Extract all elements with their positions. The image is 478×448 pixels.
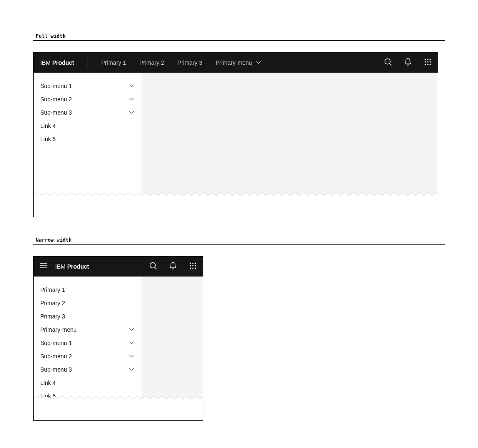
sidebar-item-primary-3[interactable]: Primary 3 xyxy=(34,310,141,323)
chevron-down-icon xyxy=(128,96,135,103)
nav-item-primary-2[interactable]: Primary 2 xyxy=(133,53,171,73)
header: IBM Product xyxy=(34,257,203,277)
content-area xyxy=(141,277,203,402)
search-button[interactable] xyxy=(378,53,398,73)
sidebar-item-label: Primary 3 xyxy=(40,313,65,320)
brand[interactable]: IBM Product xyxy=(34,53,81,73)
chevron-down-icon xyxy=(255,59,262,66)
section-label-full-width: Full width xyxy=(33,33,445,39)
sidebar-item-label: Sub-menu 2 xyxy=(40,353,72,360)
section-rule xyxy=(33,244,445,245)
nav-item-label: Primary 3 xyxy=(178,59,202,66)
chevron-down-icon xyxy=(128,326,135,333)
nav-item-label: Primary 1 xyxy=(101,59,126,66)
hamburger-icon xyxy=(39,262,48,272)
chevron-down-icon xyxy=(128,83,135,90)
app-switcher-icon xyxy=(189,262,197,272)
sidebar-item-label: Sub-menu 2 xyxy=(40,96,72,103)
sidebar: Sub-menu 1 Sub-menu 2 Sub-menu 3 Link 4 … xyxy=(34,73,141,198)
nav-item-label: Primary 2 xyxy=(139,59,164,66)
section-label-narrow-width: Narrow width xyxy=(33,237,445,243)
header-actions xyxy=(143,257,203,277)
brand[interactable]: IBM Product xyxy=(54,257,96,277)
sidebar-item-submenu-1[interactable]: Sub-menu 1 xyxy=(34,336,141,350)
nav-item-primary-1[interactable]: Primary 1 xyxy=(95,53,133,73)
header-actions xyxy=(378,53,438,73)
sidebar-item-label: Sub-menu 1 xyxy=(40,83,72,89)
brand-prefix: IBM xyxy=(40,59,51,66)
notification-button[interactable] xyxy=(163,257,183,277)
sidebar-item-submenu-2[interactable]: Sub-menu 2 xyxy=(34,350,141,363)
sidebar-item-label: Link 5 xyxy=(40,393,56,399)
sidebar-item-submenu-3[interactable]: Sub-menu 3 xyxy=(34,106,141,119)
section-rule xyxy=(33,40,445,41)
content-area xyxy=(141,73,438,198)
sidebar-item-label: Sub-menu 3 xyxy=(40,109,72,116)
brand-product: Product xyxy=(67,263,89,270)
sidebar: Primary 1 Primary 2 Primary 3 Primary-me… xyxy=(34,277,141,402)
search-button[interactable] xyxy=(143,257,163,277)
chevron-down-icon xyxy=(128,109,135,116)
nav-item-primary-3[interactable]: Primary 3 xyxy=(171,53,209,73)
brand-product: Product xyxy=(52,59,74,66)
notification-icon xyxy=(404,58,412,68)
sidebar-item-link-5[interactable]: Link 5 xyxy=(34,132,141,146)
nav-item-label: Primary-menu xyxy=(216,59,252,66)
notification-button[interactable] xyxy=(398,53,418,73)
hamburger-button[interactable] xyxy=(34,257,54,277)
frame-full-width: IBM Product Primary 1 Primary 2 Primary … xyxy=(33,52,438,217)
header: IBM Product Primary 1 Primary 2 Primary … xyxy=(34,53,438,73)
sidebar-item-link-4[interactable]: Link 4 xyxy=(34,119,141,132)
sidebar-item-label: Link 4 xyxy=(40,379,56,386)
sidebar-item-label: Primary 2 xyxy=(40,300,65,306)
sidebar-item-primary-menu[interactable]: Primary-menu xyxy=(34,323,141,336)
sidebar-item-submenu-2[interactable]: Sub-menu 2 xyxy=(34,93,141,106)
brand-prefix: IBM xyxy=(55,263,66,270)
sidebar-item-label: Primary-menu xyxy=(40,326,77,333)
chevron-down-icon xyxy=(128,340,135,347)
app-switcher-button[interactable] xyxy=(183,257,203,277)
app-switcher-button[interactable] xyxy=(418,53,438,73)
sidebar-item-primary-2[interactable]: Primary 2 xyxy=(34,296,141,310)
chevron-down-icon xyxy=(128,366,135,373)
sidebar-item-submenu-1[interactable]: Sub-menu 1 xyxy=(34,79,141,93)
chevron-down-icon xyxy=(128,353,135,360)
search-icon xyxy=(384,58,392,68)
search-icon xyxy=(149,262,157,272)
notification-icon xyxy=(169,262,177,272)
body-area: Primary 1 Primary 2 Primary 3 Primary-me… xyxy=(34,277,203,402)
brand-divider xyxy=(88,58,88,68)
bottom-pad xyxy=(34,402,203,420)
sidebar-item-label: Sub-menu 1 xyxy=(40,340,72,346)
sidebar-item-link-5[interactable]: Link 5 xyxy=(34,389,141,403)
nav-item-primary-menu[interactable]: Primary-menu xyxy=(209,53,269,73)
sidebar-item-primary-1[interactable]: Primary 1 xyxy=(34,283,141,296)
body-area: Sub-menu 1 Sub-menu 2 Sub-menu 3 Link 4 … xyxy=(34,73,438,198)
sidebar-item-label: Primary 1 xyxy=(40,286,65,293)
sidebar-item-link-4[interactable]: Link 4 xyxy=(34,376,141,389)
sidebar-item-submenu-3[interactable]: Sub-menu 3 xyxy=(34,363,141,376)
sidebar-item-label: Link 4 xyxy=(40,122,56,129)
sidebar-item-label: Link 5 xyxy=(40,136,56,142)
sidebar-item-label: Sub-menu 3 xyxy=(40,366,72,373)
app-switcher-icon xyxy=(424,58,432,68)
bottom-pad xyxy=(34,198,438,217)
header-nav: Primary 1 Primary 2 Primary 3 Primary-me… xyxy=(95,53,269,73)
frame-narrow-width: IBM Product Primary 1 Primary 2 Primary xyxy=(33,256,203,421)
